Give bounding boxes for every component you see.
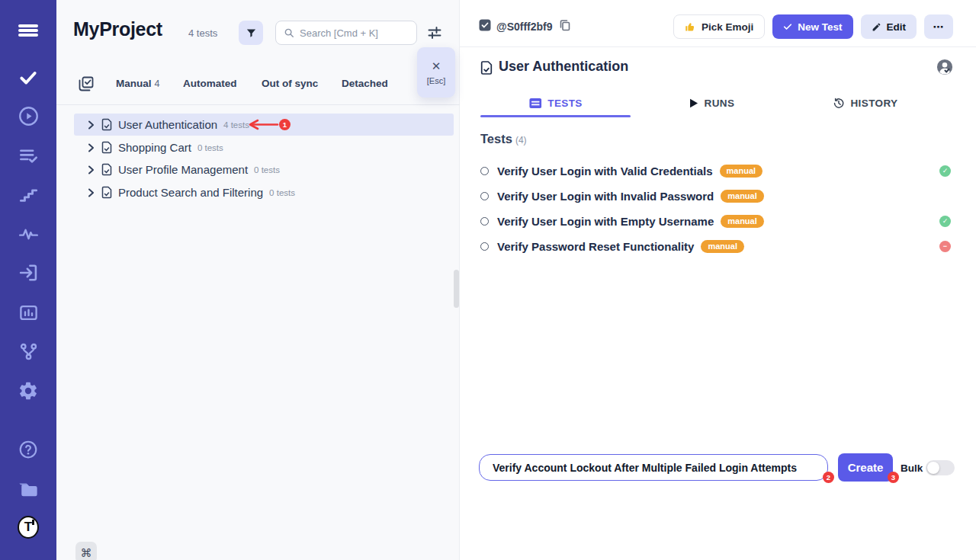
test-name: Verify User Login with Invalid Password bbox=[497, 190, 714, 203]
toggle-knob bbox=[927, 462, 939, 474]
tree-row-shopping-cart[interactable]: Shopping Cart 0 tests bbox=[74, 136, 454, 158]
project-test-count: 4 tests bbox=[188, 27, 217, 39]
test-row-valid-credentials[interactable]: Verify User Login with Valid Credentials… bbox=[480, 160, 955, 181]
annotation-marker-3: 3 bbox=[888, 472, 899, 483]
test-row-password-reset[interactable]: Verify Password Reset Functionality manu… bbox=[480, 235, 955, 257]
select-all-icon[interactable] bbox=[79, 76, 94, 91]
checkbox-filled-icon bbox=[479, 19, 491, 31]
tab-history[interactable]: HISTORY bbox=[833, 98, 897, 109]
document-check-icon bbox=[480, 60, 493, 75]
tab-out-of-sync[interactable]: Out of sync bbox=[262, 78, 318, 89]
suite-actions: Pick Emoji New Test Edit ⋯ bbox=[673, 14, 953, 39]
document-check-icon bbox=[101, 186, 112, 199]
tab-detached[interactable]: Detached bbox=[342, 78, 388, 89]
pencil-icon bbox=[872, 22, 881, 32]
test-bullet-circle bbox=[480, 192, 489, 200]
search-input[interactable] bbox=[300, 27, 409, 39]
test-name: Verify User Login with Empty Username bbox=[497, 215, 714, 228]
chevron-right-icon[interactable] bbox=[88, 188, 95, 197]
status-passed-icon: ✓ bbox=[939, 216, 951, 227]
document-check-icon bbox=[101, 163, 112, 176]
tab-automated[interactable]: Automated bbox=[183, 78, 237, 89]
annotation-arrow-1 bbox=[247, 119, 279, 130]
tree-row-product-search-and-filtering[interactable]: Product Search and Filtering 0 tests bbox=[74, 181, 454, 203]
tree-row-user-profile-management[interactable]: User Profile Management 0 tests bbox=[74, 158, 454, 181]
tests-section-title: Tests(4) bbox=[480, 132, 527, 146]
suite-title: User Authentication bbox=[499, 59, 628, 75]
document-check-icon bbox=[101, 141, 112, 154]
active-tab-underline bbox=[480, 115, 631, 117]
annotation-marker-1: 1 bbox=[279, 119, 291, 130]
bar-chart-icon[interactable] bbox=[18, 302, 39, 323]
more-options-button[interactable]: ⋯ bbox=[924, 14, 953, 39]
tree-count: 0 tests bbox=[197, 143, 223, 152]
status-failed-icon: − bbox=[939, 241, 951, 252]
activity-icon[interactable] bbox=[18, 223, 39, 245]
sidebar-nav: T bbox=[0, 0, 56, 560]
cmd-key-icon[interactable]: ⌘ bbox=[75, 542, 97, 560]
help-icon[interactable] bbox=[18, 439, 39, 460]
filter-button[interactable] bbox=[239, 21, 263, 45]
suite-topbar: @S0fff2bf9 Pick Emoji New Test bbox=[460, 0, 976, 47]
menu-icon[interactable] bbox=[18, 20, 39, 41]
app-window: T MyProject 4 tests ✕ [Esc] bbox=[0, 0, 976, 560]
edit-button[interactable]: Edit bbox=[861, 14, 917, 39]
history-clock-icon bbox=[833, 98, 844, 109]
manual-badge: manual bbox=[701, 240, 744, 253]
tree-label: User Authentication bbox=[118, 118, 217, 131]
tabs-divider bbox=[56, 104, 460, 105]
esc-hint-label: [Esc] bbox=[427, 76, 445, 85]
close-esc-popover[interactable]: ✕ [Esc] bbox=[417, 47, 455, 98]
status-passed-icon: ✓ bbox=[939, 165, 951, 177]
check-icon[interactable] bbox=[18, 67, 39, 88]
tab-manual[interactable]: Manual4 bbox=[116, 78, 159, 89]
logo-t-icon[interactable]: T bbox=[18, 517, 39, 538]
check-icon bbox=[783, 22, 792, 31]
bulk-label: Bulk bbox=[901, 462, 923, 474]
tree-count: 4 tests bbox=[223, 120, 249, 130]
tree-count: 0 tests bbox=[254, 165, 280, 174]
close-icon[interactable]: ✕ bbox=[432, 60, 441, 72]
logo-letter: T bbox=[18, 516, 39, 539]
assignee-avatar[interactable] bbox=[936, 59, 953, 75]
manual-badge: manual bbox=[721, 190, 764, 203]
manual-badge: manual bbox=[720, 165, 763, 178]
create-button[interactable]: Create bbox=[838, 453, 893, 482]
scrollbar-thumb[interactable] bbox=[454, 270, 459, 308]
branch-icon[interactable] bbox=[18, 341, 39, 362]
funnel-icon bbox=[246, 27, 257, 39]
project-title: MyProject bbox=[73, 18, 162, 40]
chevron-right-icon[interactable] bbox=[88, 143, 95, 152]
adjustments-icon[interactable] bbox=[427, 25, 442, 40]
project-panel: MyProject 4 tests ✕ [Esc] Manual4 Autom bbox=[56, 0, 460, 560]
test-row-empty-username[interactable]: Verify User Login with Empty Username ma… bbox=[480, 210, 955, 232]
gear-icon[interactable] bbox=[18, 380, 39, 402]
search-box[interactable] bbox=[275, 21, 417, 45]
thumbs-up-icon bbox=[685, 21, 696, 33]
new-test-button[interactable]: New Test bbox=[772, 14, 852, 39]
folder-icon[interactable] bbox=[18, 478, 39, 500]
steps-icon[interactable] bbox=[18, 184, 39, 205]
test-name: Verify Password Reset Functionality bbox=[497, 240, 694, 253]
chevron-right-icon[interactable] bbox=[88, 165, 95, 174]
chevron-right-icon[interactable] bbox=[88, 120, 95, 130]
play-icon bbox=[690, 98, 698, 108]
suite-tag: @S0fff2bf9 bbox=[496, 21, 553, 33]
pick-emoji-button[interactable]: Pick Emoji bbox=[673, 14, 765, 39]
tab-manual-count: 4 bbox=[155, 78, 160, 89]
new-test-name-input[interactable] bbox=[479, 454, 828, 481]
copy-icon[interactable] bbox=[559, 19, 571, 31]
tree-label: User Profile Management bbox=[118, 163, 248, 176]
play-circle-icon[interactable] bbox=[18, 105, 39, 126]
tab-tests[interactable]: TESTS bbox=[529, 98, 583, 109]
test-row-invalid-password[interactable]: Verify User Login with Invalid Password … bbox=[480, 185, 955, 206]
tests-section-count: (4) bbox=[515, 135, 527, 146]
list-check-icon[interactable] bbox=[18, 145, 39, 166]
test-bullet-circle bbox=[480, 242, 489, 251]
bulk-toggle[interactable] bbox=[926, 460, 955, 475]
tab-runs[interactable]: RUNS bbox=[690, 98, 735, 109]
tree-label: Shopping Cart bbox=[118, 141, 191, 154]
filter-tabs: Manual4 Automated Out of sync Detached bbox=[56, 73, 460, 98]
import-icon[interactable] bbox=[18, 262, 39, 283]
tree-label: Product Search and Filtering bbox=[118, 186, 263, 199]
